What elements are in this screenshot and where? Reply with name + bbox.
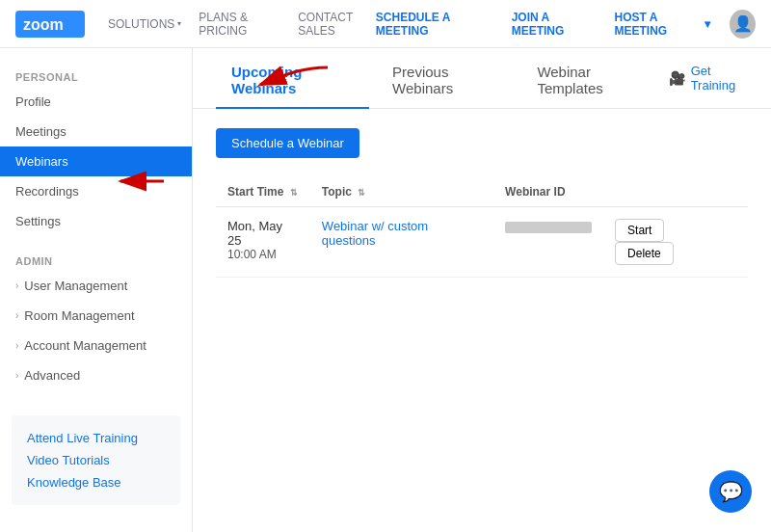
sidebar-item-recordings[interactable]: Recordings — [0, 176, 192, 206]
main-content: Upcoming Webinars Previous Webinars Webi… — [193, 48, 771, 532]
solutions-nav-link[interactable]: SOLUTIONS ▾ — [108, 17, 181, 31]
join-meeting-link[interactable]: JOIN A MEETING — [512, 11, 596, 38]
start-webinar-button[interactable]: Start — [615, 219, 664, 242]
sidebar-item-user-management[interactable]: › User Management — [0, 271, 192, 301]
video-tutorials-link[interactable]: Video Tutorials — [27, 449, 165, 471]
video-camera-icon: 🎥 — [669, 70, 685, 86]
webinar-actions-cell: Start Delete — [603, 207, 748, 278]
webinar-id-cell — [493, 207, 603, 278]
webinar-date: Mon, May 25 — [227, 219, 299, 248]
personal-section-label: PERSONAL — [0, 64, 192, 87]
delete-webinar-button[interactable]: Delete — [615, 242, 674, 265]
webinar-topic-cell: Webinar w/ custom questions — [310, 207, 493, 278]
tab-previous-webinars[interactable]: Previous Webinars — [377, 48, 514, 108]
room-mgmt-chevron-icon: › — [15, 310, 18, 321]
main-layout: PERSONAL Profile Meetings Webinars Recor… — [0, 48, 771, 532]
nav-left: zoom SOLUTIONS ▾ PLANS & PRICING CONTACT… — [15, 11, 376, 38]
webinar-time: 10:00 AM — [227, 248, 299, 261]
col-header-webinar-id: Webinar ID — [493, 177, 603, 207]
webinar-start-time-cell: Mon, May 25 10:00 AM — [216, 207, 310, 278]
advanced-chevron-icon: › — [15, 370, 18, 381]
user-avatar[interactable]: 👤 — [730, 10, 756, 39]
account-mgmt-chevron-icon: › — [15, 340, 18, 351]
nav-links: SOLUTIONS ▾ PLANS & PRICING CONTACT SALE… — [108, 11, 376, 38]
host-meeting-link[interactable]: HOST A MEETING ▾ — [615, 11, 711, 38]
nav-right: SCHEDULE A MEETING JOIN A MEETING HOST A… — [376, 10, 756, 39]
sidebar-item-webinars[interactable]: Webinars — [0, 146, 192, 176]
col-header-start-time: Start Time ⇅ — [216, 177, 310, 207]
chat-icon: 💬 — [719, 480, 743, 503]
sidebar-item-account-management[interactable]: › Account Management — [0, 331, 192, 360]
webinar-id-bar — [505, 222, 592, 233]
sort-topic-icon[interactable]: ⇅ — [358, 188, 365, 198]
chat-support-button[interactable]: 💬 — [709, 470, 752, 513]
avatar-icon: 👤 — [733, 14, 753, 33]
sidebar: PERSONAL Profile Meetings Webinars Recor… — [0, 48, 193, 532]
plans-pricing-nav-link[interactable]: PLANS & PRICING — [199, 11, 280, 38]
webinars-table: Start Time ⇅ Topic ⇅ Webinar ID — [216, 177, 748, 278]
sidebar-item-settings[interactable]: Settings — [0, 206, 192, 236]
sort-start-time-icon[interactable]: ⇅ — [290, 188, 298, 198]
schedule-webinar-button[interactable]: Schedule a Webinar — [216, 128, 359, 158]
col-header-actions — [603, 177, 748, 207]
sidebar-item-advanced[interactable]: › Advanced — [0, 360, 192, 390]
table-row: Mon, May 25 10:00 AM Webinar w/ custom q… — [216, 207, 748, 278]
top-navigation: zoom SOLUTIONS ▾ PLANS & PRICING CONTACT… — [0, 0, 771, 48]
attend-live-training-link[interactable]: Attend Live Training — [27, 427, 165, 449]
zoom-logo[interactable]: zoom — [15, 11, 85, 38]
knowledge-base-link[interactable]: Knowledge Base — [27, 471, 165, 493]
schedule-meeting-link[interactable]: SCHEDULE A MEETING — [376, 11, 492, 38]
contact-sales-nav-link[interactable]: CONTACT SALES — [298, 11, 376, 38]
content-area: Schedule a Webinar Start Time ⇅ Topic ⇅ … — [193, 109, 771, 297]
sidebar-resources-box: Attend Live Training Video Tutorials Kno… — [12, 415, 180, 505]
sidebar-item-room-management[interactable]: › Room Management — [0, 301, 192, 331]
tab-webinar-templates[interactable]: Webinar Templates — [521, 48, 660, 108]
sidebar-item-profile[interactable]: Profile — [0, 87, 192, 117]
host-chevron-icon: ▾ — [705, 17, 710, 31]
table-header-row: Start Time ⇅ Topic ⇅ Webinar ID — [216, 177, 748, 207]
solutions-chevron-icon: ▾ — [177, 19, 181, 28]
tab-upcoming-webinars[interactable]: Upcoming Webinars — [216, 48, 369, 108]
tabs-bar: Upcoming Webinars Previous Webinars Webi… — [193, 48, 771, 109]
svg-text:zoom: zoom — [23, 16, 64, 33]
user-mgmt-chevron-icon: › — [15, 280, 18, 291]
get-training-link[interactable]: 🎥 Get Training — [669, 64, 748, 93]
webinar-topic-link[interactable]: Webinar w/ custom questions — [322, 219, 428, 248]
sidebar-item-meetings[interactable]: Meetings — [0, 117, 192, 146]
admin-section-label: ADMIN — [0, 248, 192, 271]
col-header-topic: Topic ⇅ — [310, 177, 493, 207]
